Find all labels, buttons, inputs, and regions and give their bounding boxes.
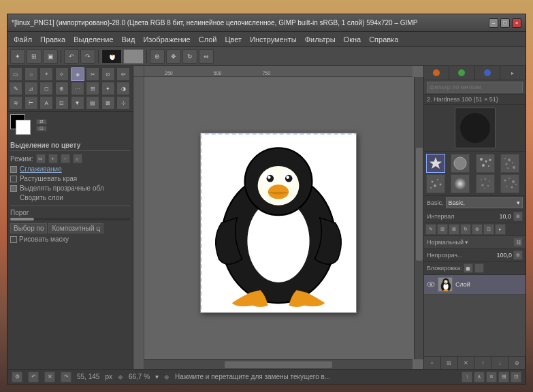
tool-bucket[interactable]: ▼: [71, 96, 84, 110]
menu-tools[interactable]: Инструменты: [246, 34, 300, 45]
canvas-area[interactable]: 250 500 750: [133, 66, 423, 369]
status-zoom-arrow[interactable]: ▾: [155, 373, 159, 380]
layer-item[interactable]: Слой: [424, 275, 526, 295]
close-button[interactable]: ×: [512, 18, 521, 28]
tool-new[interactable]: ✦: [10, 49, 25, 64]
tool-by-color-select[interactable]: ◈: [71, 67, 84, 81]
menu-file[interactable]: Файл: [10, 34, 35, 45]
interval-spinner[interactable]: ⊕: [513, 212, 523, 221]
menu-color[interactable]: Цвет: [221, 34, 245, 45]
tool-save[interactable]: ▣: [43, 49, 58, 64]
basic-dropdown[interactable]: Basic, ▾: [446, 197, 523, 208]
menu-select[interactable]: Выделение: [70, 34, 116, 45]
brush-icon2[interactable]: ⊞: [437, 224, 448, 235]
tool-transform[interactable]: ⊠: [101, 96, 115, 110]
brush-icon6[interactable]: ⊡: [483, 224, 494, 235]
tab-orange[interactable]: [424, 66, 449, 80]
tab-green[interactable]: [449, 66, 474, 80]
status-icon-undo[interactable]: ↶: [28, 372, 39, 382]
composite-tab[interactable]: Композитный ц: [48, 223, 103, 233]
tool-fuzzy-select[interactable]: ✧: [55, 67, 69, 81]
active-brush-preview[interactable]: [455, 108, 496, 148]
vertical-scrollbar[interactable]: [414, 77, 423, 359]
tool-iscissor[interactable]: ✂: [86, 67, 99, 81]
layer-anchor-btn[interactable]: ⊕: [508, 357, 526, 369]
opacity-spinner[interactable]: ⊕: [513, 250, 523, 260]
antialias-checkbox[interactable]: [10, 166, 17, 173]
tool-redo[interactable]: ↷: [80, 49, 95, 64]
h-scrollbar-thumb[interactable]: [225, 361, 332, 368]
tool-paintbrush[interactable]: ⊿: [25, 82, 38, 95]
lock-chain[interactable]: [474, 263, 484, 273]
brush-scatter5[interactable]: [500, 174, 519, 193]
tool-open[interactable]: ⊞: [27, 49, 42, 64]
mode-intersect-icon[interactable]: ∩: [73, 154, 82, 163]
status-icon-cancel[interactable]: ✕: [44, 372, 55, 382]
antialias-label[interactable]: Сглаживание: [20, 165, 62, 173]
layer-visibility-icon[interactable]: [427, 280, 435, 289]
brush-icon1[interactable]: ✎: [425, 224, 436, 235]
tool-airbrush[interactable]: ⊕: [55, 82, 69, 95]
tool-pan[interactable]: ✥: [166, 49, 181, 64]
brush-scatter4[interactable]: [476, 174, 495, 193]
brush-scatter1[interactable]: [476, 154, 495, 173]
layer-duplicate-btn[interactable]: ⊞: [441, 357, 458, 369]
minimize-button[interactable]: –: [489, 18, 498, 28]
horizontal-scrollbar[interactable]: [144, 359, 413, 369]
tool-undo[interactable]: ↶: [64, 49, 79, 64]
menu-windows[interactable]: Окна: [340, 34, 365, 45]
brush-icon4[interactable]: ↻: [460, 224, 471, 235]
tool-text[interactable]: A: [39, 96, 53, 110]
tab-blue[interactable]: [475, 66, 500, 80]
tool-zoom[interactable]: ⊕: [150, 49, 165, 64]
select-by-tab[interactable]: Выбор по: [10, 223, 47, 233]
menu-image[interactable]: Изображение: [140, 34, 193, 45]
menu-view[interactable]: Вид: [118, 34, 139, 45]
status-icon-gear[interactable]: ⚙: [12, 372, 22, 382]
status-right-icon1[interactable]: ↑: [462, 372, 472, 382]
menu-filters[interactable]: Фильтры: [302, 34, 339, 45]
brush-star[interactable]: [426, 154, 445, 173]
tool-colorpicker[interactable]: ⊡: [55, 96, 69, 110]
menu-layer[interactable]: Слой: [195, 34, 221, 45]
mode-replace-icon[interactable]: ▭: [36, 154, 46, 163]
layer-add-btn[interactable]: +: [424, 357, 441, 369]
brush-icon5[interactable]: ⊕: [472, 224, 483, 235]
tool-measure[interactable]: ⊢: [25, 96, 38, 110]
brush-icon3[interactable]: ⊠: [449, 224, 459, 235]
tool-crop[interactable]: ⊹: [116, 96, 130, 110]
mode-subtract-icon[interactable]: −: [61, 154, 70, 163]
background-color[interactable]: [16, 120, 31, 135]
v-scrollbar-thumb[interactable]: [416, 148, 423, 261]
tool-ellipse-select[interactable]: ○: [25, 67, 38, 81]
tool-pencil[interactable]: ✎: [9, 82, 22, 95]
tab-more[interactable]: ▸: [500, 66, 526, 80]
tool-ink[interactable]: ⋯: [71, 82, 84, 95]
transparent-checkbox[interactable]: [10, 185, 17, 192]
lock-alpha-icon[interactable]: ◼: [464, 263, 473, 273]
menu-help[interactable]: Справка: [366, 34, 402, 45]
status-right-icon3[interactable]: ≡: [486, 372, 497, 382]
brush-soft-round[interactable]: [451, 154, 470, 173]
status-icon-redo[interactable]: ↷: [61, 372, 71, 382]
layers-chain-icon[interactable]: ⛓: [513, 238, 523, 247]
brush-soft2[interactable]: [451, 174, 470, 193]
threshold-slider-track[interactable]: [10, 218, 130, 220]
maximize-button[interactable]: □: [500, 18, 510, 28]
tool-heal[interactable]: ✦: [101, 82, 115, 95]
tool-rect-select[interactable]: ▭: [9, 67, 22, 81]
brush-icon7[interactable]: ▸: [495, 224, 506, 235]
tool-paths[interactable]: ✏: [116, 67, 130, 81]
layer-up-btn[interactable]: ↑: [474, 357, 491, 369]
tool-free-select[interactable]: ⌖: [39, 67, 53, 81]
image-canvas[interactable]: [200, 133, 357, 313]
tool-flip[interactable]: ⇔: [199, 49, 214, 64]
brush-scatter2[interactable]: [500, 154, 519, 173]
tool-eraser[interactable]: ◻: [39, 82, 53, 95]
menu-edit[interactable]: Правка: [37, 34, 69, 45]
status-right-icon5[interactable]: ⊡: [511, 372, 521, 382]
layer-delete-btn[interactable]: ✕: [458, 357, 475, 369]
tool-rotate[interactable]: ↻: [182, 49, 197, 64]
swap-colors-icon[interactable]: ⇄: [36, 119, 47, 125]
tool-foreground-select[interactable]: ⊙: [101, 67, 115, 81]
